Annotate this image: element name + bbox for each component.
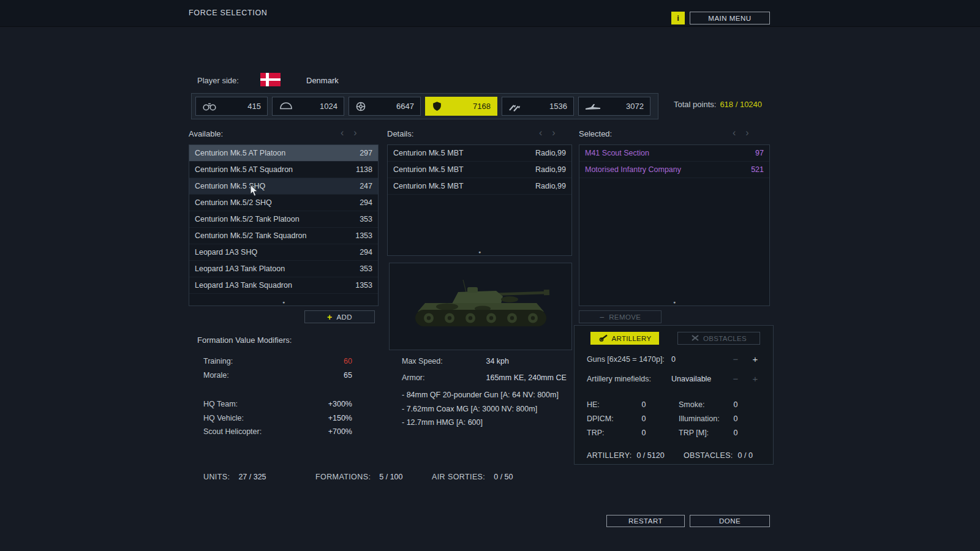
minefields-increment-button[interactable]: +: [748, 373, 762, 384]
unit-cost: 294: [360, 248, 372, 257]
available-unit-row[interactable]: Centurion Mk.5/2 Tank Platoon 353: [189, 211, 378, 228]
formations-label: FORMATIONS:: [315, 473, 371, 481]
ammo-label: Illumination:: [679, 414, 731, 423]
missiles-icon: [508, 101, 522, 111]
category-air-button[interactable]: 3072: [578, 97, 650, 116]
info-button[interactable]: i: [671, 12, 685, 24]
page-indicator-dot: ●: [388, 250, 571, 254]
available-unit-row[interactable]: Centurion Mk.5 AT Platoon 297: [189, 145, 378, 162]
prev-page-button[interactable]: ‹: [341, 129, 344, 137]
add-button[interactable]: + ADD: [304, 310, 375, 323]
unit-image-panel: [389, 263, 572, 350]
available-unit-row[interactable]: Centurion Mk.5 SHQ 247: [189, 178, 378, 195]
minefields-label: Artillery minefields:: [587, 375, 651, 383]
ammo-value: 0: [641, 414, 646, 423]
unit-name: Motorised Infantry Company: [585, 165, 681, 174]
unit-name: M41 Scout Section: [585, 149, 649, 157]
prev-page-button[interactable]: ‹: [733, 129, 736, 137]
air-sorties-label: AIR SORTIES:: [432, 473, 485, 481]
unit-name: Leopard 1A3 Tank Squadron: [195, 281, 292, 290]
next-page-button[interactable]: ›: [552, 129, 555, 137]
category-points: 6647: [396, 102, 414, 111]
artillery-tab-label: ARTILLERY: [612, 335, 652, 342]
done-button[interactable]: DONE: [690, 515, 770, 527]
guns-decrement-button[interactable]: −: [729, 354, 742, 364]
air-sorties-total: AIR SORTIES:0 / 50: [432, 473, 513, 481]
ammo-label: HE:: [587, 400, 639, 409]
player-side-label: Player side:: [197, 76, 239, 85]
unit-name: Centurion Mk.5 AT Platoon: [195, 149, 285, 157]
modifier-value: 65: [344, 371, 352, 385]
category-points: 415: [247, 102, 261, 111]
unit-cost: 97: [755, 149, 764, 157]
unit-cost: 1353: [355, 281, 372, 290]
ammo-row: Illumination: 0: [679, 414, 762, 429]
selected-header: Selected:: [579, 129, 612, 138]
unit-stats: Max Speed: 34 kph Armor: 165mm KE, 240mm…: [402, 357, 573, 390]
restart-button[interactable]: RESTART: [606, 515, 685, 527]
details-pager: ‹ ›: [539, 129, 556, 137]
unit-equipment: Radio,99: [535, 182, 566, 190]
ammo-label: TRP:: [587, 429, 639, 437]
category-recon-button[interactable]: 415: [195, 97, 268, 116]
modifier-value: +150%: [328, 414, 352, 428]
selected-list: ● M41 Scout Section 97 Motorised Infantr…: [579, 144, 770, 306]
remove-button[interactable]: − REMOVE: [579, 310, 662, 323]
artillery-total-label: ARTILLERY:: [587, 451, 631, 460]
available-unit-row[interactable]: Leopard 1A3 SHQ 294: [189, 244, 378, 261]
ammo-value: 0: [733, 414, 737, 423]
selected-unit-row[interactable]: M41 Scout Section 97: [579, 145, 769, 162]
category-antitank-button[interactable]: 1536: [502, 97, 574, 116]
details-list: ● Centurion Mk.5 MBT Radio,99 Centurion …: [387, 144, 572, 256]
guns-increment-button[interactable]: +: [748, 354, 762, 364]
main-menu-button[interactable]: MAIN MENU: [690, 12, 770, 24]
available-unit-row[interactable]: Leopard 1A3 Tank Squadron 1353: [189, 277, 378, 294]
ammo-value: 0: [641, 429, 646, 437]
unit-equipment: Radio,99: [535, 165, 566, 174]
obstacles-total-label: OBSTACLES:: [684, 451, 733, 460]
guns-label: Guns [6x245 = 1470p]:: [587, 355, 665, 364]
obstacles-tab[interactable]: OBSTACLES: [677, 332, 760, 345]
selected-unit-row[interactable]: Motorised Infantry Company 521: [579, 162, 769, 178]
details-header: Details:: [387, 129, 413, 138]
unit-equipment: Radio,99: [535, 149, 566, 157]
category-armor-button[interactable]: 7168: [425, 97, 497, 116]
jet-icon: [585, 102, 601, 111]
modifier-label: HQ Vehicle:: [203, 414, 244, 428]
modifiers-list: Training: 60 Morale: 65 HQ Team: +300% H…: [203, 357, 352, 441]
details-unit-row[interactable]: Centurion Mk.5 MBT Radio,99: [388, 162, 571, 178]
artillery-total-value: 0 / 5120: [636, 451, 664, 460]
prev-page-button[interactable]: ‹: [539, 129, 542, 137]
unit-cost: 297: [360, 149, 372, 157]
category-points: 3072: [626, 102, 644, 111]
air-sorties-value: 0 / 50: [494, 473, 513, 481]
artillery-total: ARTILLERY:0 / 5120: [587, 451, 665, 460]
total-points: Total points:618 / 10240: [674, 100, 762, 109]
ammo-value: 0: [733, 429, 737, 437]
category-points: 1536: [549, 102, 567, 111]
modifier-row: Training: 60: [203, 357, 352, 371]
details-unit-row[interactable]: Centurion Mk.5 MBT Radio,99: [388, 145, 571, 162]
stat-value: 165mm KE, 240mm CE: [486, 373, 566, 382]
guns-row: Guns [6x245 = 1470p]: 0 − +: [575, 355, 774, 367]
wheel-icon: [355, 101, 366, 112]
unit-cost: 353: [360, 215, 372, 223]
ammo-row: HE: 0: [587, 400, 670, 414]
stat-label: Armor:: [402, 373, 484, 382]
category-infantry-button[interactable]: 1024: [272, 97, 344, 116]
unit-cost: 353: [360, 264, 372, 273]
details-unit-row[interactable]: Centurion Mk.5 MBT Radio,99: [388, 178, 571, 195]
available-unit-row[interactable]: Centurion Mk.5 AT Squadron 1138: [189, 162, 378, 178]
weapon-line: - 7.62mm Coax MG [A: 3000 NV: 800m]: [402, 402, 559, 416]
next-page-button[interactable]: ›: [745, 129, 748, 137]
available-unit-row[interactable]: Centurion Mk.5/2 Tank Squadron 1353: [189, 228, 378, 244]
available-unit-row[interactable]: Centurion Mk.5/2 SHQ 294: [189, 195, 378, 211]
available-unit-row[interactable]: Leopard 1A3 Tank Platoon 353: [189, 261, 378, 277]
artillery-tab[interactable]: ARTILLERY: [590, 332, 659, 345]
next-page-button[interactable]: ›: [353, 129, 356, 137]
ammo-value: 0: [733, 400, 737, 409]
category-vehicles-button[interactable]: 6647: [349, 97, 421, 116]
page-title: FORCE SELECTION: [189, 9, 268, 17]
ammo-label: DPICM:: [587, 414, 639, 423]
minefields-decrement-button[interactable]: −: [729, 373, 742, 384]
